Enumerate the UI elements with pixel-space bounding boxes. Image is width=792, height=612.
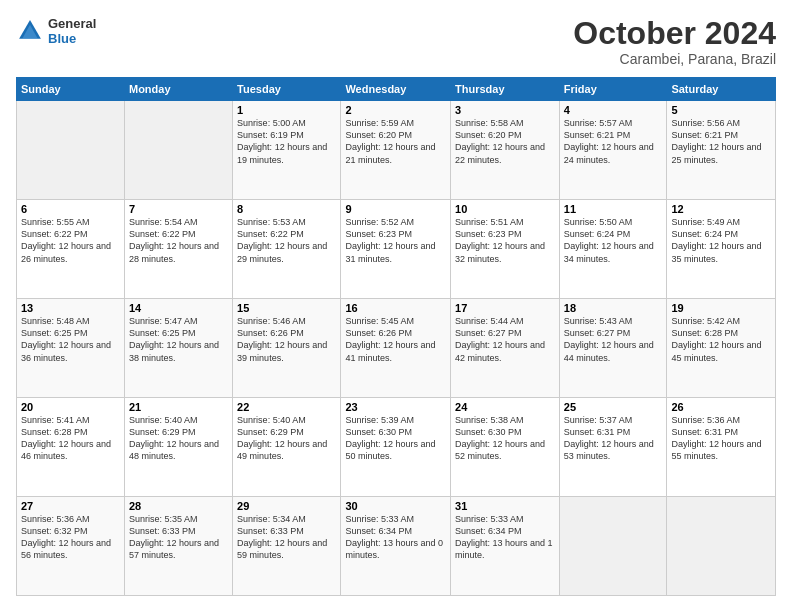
day-cell: 7Sunrise: 5:54 AMSunset: 6:22 PMDaylight… bbox=[124, 200, 232, 299]
day-number: 20 bbox=[21, 401, 120, 413]
day-cell: 19Sunrise: 5:42 AMSunset: 6:28 PMDayligh… bbox=[667, 299, 776, 398]
day-info: Sunrise: 5:36 AMSunset: 6:32 PMDaylight:… bbox=[21, 513, 120, 562]
day-number: 12 bbox=[671, 203, 771, 215]
day-info: Sunrise: 5:39 AMSunset: 6:30 PMDaylight:… bbox=[345, 414, 446, 463]
week-row-3: 13Sunrise: 5:48 AMSunset: 6:25 PMDayligh… bbox=[17, 299, 776, 398]
day-info: Sunrise: 5:41 AMSunset: 6:28 PMDaylight:… bbox=[21, 414, 120, 463]
day-number: 28 bbox=[129, 500, 228, 512]
day-cell: 16Sunrise: 5:45 AMSunset: 6:26 PMDayligh… bbox=[341, 299, 451, 398]
day-info: Sunrise: 5:51 AMSunset: 6:23 PMDaylight:… bbox=[455, 216, 555, 265]
header-day-thursday: Thursday bbox=[451, 78, 560, 101]
week-row-2: 6Sunrise: 5:55 AMSunset: 6:22 PMDaylight… bbox=[17, 200, 776, 299]
day-number: 19 bbox=[671, 302, 771, 314]
day-number: 3 bbox=[455, 104, 555, 116]
day-number: 10 bbox=[455, 203, 555, 215]
logo-text: General Blue bbox=[48, 16, 96, 46]
day-info: Sunrise: 5:53 AMSunset: 6:22 PMDaylight:… bbox=[237, 216, 336, 265]
day-cell: 25Sunrise: 5:37 AMSunset: 6:31 PMDayligh… bbox=[559, 398, 667, 497]
day-cell bbox=[667, 497, 776, 596]
day-cell: 26Sunrise: 5:36 AMSunset: 6:31 PMDayligh… bbox=[667, 398, 776, 497]
logo-blue: Blue bbox=[48, 31, 96, 46]
day-info: Sunrise: 5:35 AMSunset: 6:33 PMDaylight:… bbox=[129, 513, 228, 562]
day-cell bbox=[17, 101, 125, 200]
title-area: October 2024 Carambei, Parana, Brazil bbox=[573, 16, 776, 67]
day-number: 22 bbox=[237, 401, 336, 413]
day-cell: 17Sunrise: 5:44 AMSunset: 6:27 PMDayligh… bbox=[451, 299, 560, 398]
day-cell: 21Sunrise: 5:40 AMSunset: 6:29 PMDayligh… bbox=[124, 398, 232, 497]
day-info: Sunrise: 5:44 AMSunset: 6:27 PMDaylight:… bbox=[455, 315, 555, 364]
week-row-4: 20Sunrise: 5:41 AMSunset: 6:28 PMDayligh… bbox=[17, 398, 776, 497]
day-number: 5 bbox=[671, 104, 771, 116]
day-number: 2 bbox=[345, 104, 446, 116]
logo: General Blue bbox=[16, 16, 96, 46]
day-cell: 18Sunrise: 5:43 AMSunset: 6:27 PMDayligh… bbox=[559, 299, 667, 398]
day-number: 29 bbox=[237, 500, 336, 512]
calendar-header-row: SundayMondayTuesdayWednesdayThursdayFrid… bbox=[17, 78, 776, 101]
logo-icon bbox=[16, 17, 44, 45]
day-info: Sunrise: 5:00 AMSunset: 6:19 PMDaylight:… bbox=[237, 117, 336, 166]
day-cell: 20Sunrise: 5:41 AMSunset: 6:28 PMDayligh… bbox=[17, 398, 125, 497]
day-info: Sunrise: 5:54 AMSunset: 6:22 PMDaylight:… bbox=[129, 216, 228, 265]
day-number: 31 bbox=[455, 500, 555, 512]
day-number: 18 bbox=[564, 302, 663, 314]
day-info: Sunrise: 5:55 AMSunset: 6:22 PMDaylight:… bbox=[21, 216, 120, 265]
day-number: 9 bbox=[345, 203, 446, 215]
day-info: Sunrise: 5:36 AMSunset: 6:31 PMDaylight:… bbox=[671, 414, 771, 463]
day-info: Sunrise: 5:58 AMSunset: 6:20 PMDaylight:… bbox=[455, 117, 555, 166]
day-info: Sunrise: 5:49 AMSunset: 6:24 PMDaylight:… bbox=[671, 216, 771, 265]
day-info: Sunrise: 5:50 AMSunset: 6:24 PMDaylight:… bbox=[564, 216, 663, 265]
calendar: SundayMondayTuesdayWednesdayThursdayFrid… bbox=[16, 77, 776, 596]
day-number: 8 bbox=[237, 203, 336, 215]
header-day-sunday: Sunday bbox=[17, 78, 125, 101]
day-info: Sunrise: 5:59 AMSunset: 6:20 PMDaylight:… bbox=[345, 117, 446, 166]
day-cell: 29Sunrise: 5:34 AMSunset: 6:33 PMDayligh… bbox=[233, 497, 341, 596]
day-info: Sunrise: 5:56 AMSunset: 6:21 PMDaylight:… bbox=[671, 117, 771, 166]
header: General Blue October 2024 Carambei, Para… bbox=[16, 16, 776, 67]
day-info: Sunrise: 5:37 AMSunset: 6:31 PMDaylight:… bbox=[564, 414, 663, 463]
day-info: Sunrise: 5:47 AMSunset: 6:25 PMDaylight:… bbox=[129, 315, 228, 364]
header-day-tuesday: Tuesday bbox=[233, 78, 341, 101]
day-number: 17 bbox=[455, 302, 555, 314]
logo-general: General bbox=[48, 16, 96, 31]
day-info: Sunrise: 5:52 AMSunset: 6:23 PMDaylight:… bbox=[345, 216, 446, 265]
day-number: 7 bbox=[129, 203, 228, 215]
day-number: 14 bbox=[129, 302, 228, 314]
day-cell: 24Sunrise: 5:38 AMSunset: 6:30 PMDayligh… bbox=[451, 398, 560, 497]
day-cell: 15Sunrise: 5:46 AMSunset: 6:26 PMDayligh… bbox=[233, 299, 341, 398]
day-info: Sunrise: 5:57 AMSunset: 6:21 PMDaylight:… bbox=[564, 117, 663, 166]
day-cell: 31Sunrise: 5:33 AMSunset: 6:34 PMDayligh… bbox=[451, 497, 560, 596]
day-info: Sunrise: 5:43 AMSunset: 6:27 PMDaylight:… bbox=[564, 315, 663, 364]
header-day-saturday: Saturday bbox=[667, 78, 776, 101]
day-cell: 4Sunrise: 5:57 AMSunset: 6:21 PMDaylight… bbox=[559, 101, 667, 200]
day-number: 23 bbox=[345, 401, 446, 413]
day-cell: 22Sunrise: 5:40 AMSunset: 6:29 PMDayligh… bbox=[233, 398, 341, 497]
day-cell: 28Sunrise: 5:35 AMSunset: 6:33 PMDayligh… bbox=[124, 497, 232, 596]
day-cell bbox=[559, 497, 667, 596]
day-number: 16 bbox=[345, 302, 446, 314]
day-info: Sunrise: 5:38 AMSunset: 6:30 PMDaylight:… bbox=[455, 414, 555, 463]
day-cell: 11Sunrise: 5:50 AMSunset: 6:24 PMDayligh… bbox=[559, 200, 667, 299]
header-day-wednesday: Wednesday bbox=[341, 78, 451, 101]
day-number: 27 bbox=[21, 500, 120, 512]
day-info: Sunrise: 5:33 AMSunset: 6:34 PMDaylight:… bbox=[345, 513, 446, 562]
day-number: 13 bbox=[21, 302, 120, 314]
header-day-monday: Monday bbox=[124, 78, 232, 101]
location: Carambei, Parana, Brazil bbox=[573, 51, 776, 67]
day-number: 1 bbox=[237, 104, 336, 116]
day-cell: 27Sunrise: 5:36 AMSunset: 6:32 PMDayligh… bbox=[17, 497, 125, 596]
month-title: October 2024 bbox=[573, 16, 776, 51]
day-cell: 12Sunrise: 5:49 AMSunset: 6:24 PMDayligh… bbox=[667, 200, 776, 299]
day-info: Sunrise: 5:48 AMSunset: 6:25 PMDaylight:… bbox=[21, 315, 120, 364]
day-cell: 30Sunrise: 5:33 AMSunset: 6:34 PMDayligh… bbox=[341, 497, 451, 596]
day-cell: 1Sunrise: 5:00 AMSunset: 6:19 PMDaylight… bbox=[233, 101, 341, 200]
week-row-5: 27Sunrise: 5:36 AMSunset: 6:32 PMDayligh… bbox=[17, 497, 776, 596]
day-cell: 9Sunrise: 5:52 AMSunset: 6:23 PMDaylight… bbox=[341, 200, 451, 299]
day-number: 25 bbox=[564, 401, 663, 413]
week-row-1: 1Sunrise: 5:00 AMSunset: 6:19 PMDaylight… bbox=[17, 101, 776, 200]
day-info: Sunrise: 5:46 AMSunset: 6:26 PMDaylight:… bbox=[237, 315, 336, 364]
day-info: Sunrise: 5:40 AMSunset: 6:29 PMDaylight:… bbox=[129, 414, 228, 463]
day-number: 15 bbox=[237, 302, 336, 314]
page: General Blue October 2024 Carambei, Para… bbox=[0, 0, 792, 612]
day-info: Sunrise: 5:33 AMSunset: 6:34 PMDaylight:… bbox=[455, 513, 555, 562]
day-number: 24 bbox=[455, 401, 555, 413]
